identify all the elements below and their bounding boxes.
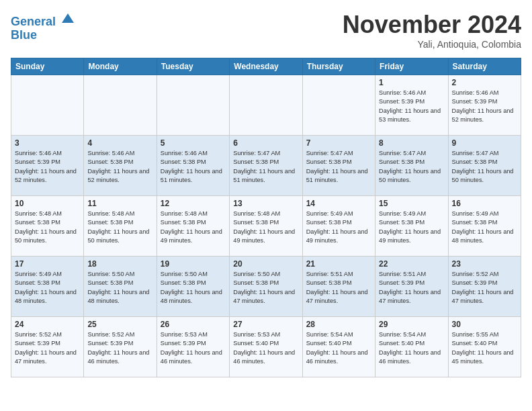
week-row-5: 24Sunrise: 5:52 AM Sunset: 5:39 PM Dayli… — [11, 317, 521, 377]
day-number: 27 — [233, 320, 298, 329]
day-number: 29 — [379, 320, 444, 329]
day-cell: 19Sunrise: 5:50 AM Sunset: 5:38 PM Dayli… — [157, 257, 229, 317]
day-info: Sunrise: 5:46 AM Sunset: 5:39 PM Dayligh… — [15, 149, 80, 185]
day-cell — [230, 75, 302, 136]
day-info: Sunrise: 5:49 AM Sunset: 5:38 PM Dayligh… — [306, 210, 371, 245]
day-info: Sunrise: 5:53 AM Sunset: 5:40 PM Dayligh… — [233, 330, 298, 366]
day-number: 23 — [452, 259, 517, 269]
day-cell — [157, 75, 229, 136]
day-info: Sunrise: 5:48 AM Sunset: 5:38 PM Dayligh… — [87, 210, 152, 245]
day-number: 25 — [87, 320, 152, 329]
day-cell: 11Sunrise: 5:48 AM Sunset: 5:38 PM Dayli… — [84, 196, 157, 257]
day-cell: 13Sunrise: 5:48 AM Sunset: 5:38 PM Dayli… — [230, 196, 302, 257]
day-info: Sunrise: 5:52 AM Sunset: 5:39 PM Dayligh… — [452, 270, 517, 306]
header-monday: Monday — [84, 58, 157, 75]
day-info: Sunrise: 5:51 AM Sunset: 5:38 PM Dayligh… — [306, 270, 371, 306]
day-info: Sunrise: 5:47 AM Sunset: 5:38 PM Dayligh… — [233, 149, 298, 185]
day-cell — [84, 75, 157, 136]
title-block: November 2024 Yali, Antioquia, Colombia — [343, 11, 521, 50]
day-info: Sunrise: 5:54 AM Sunset: 5:40 PM Dayligh… — [379, 330, 444, 366]
day-cell: 18Sunrise: 5:50 AM Sunset: 5:38 PM Dayli… — [84, 257, 157, 317]
day-number: 6 — [233, 138, 298, 148]
day-info: Sunrise: 5:50 AM Sunset: 5:38 PM Dayligh… — [161, 270, 226, 306]
day-cell: 28Sunrise: 5:54 AM Sunset: 5:40 PM Dayli… — [302, 317, 375, 377]
day-number: 1 — [379, 78, 444, 87]
day-info: Sunrise: 5:49 AM Sunset: 5:38 PM Dayligh… — [452, 210, 517, 245]
day-info: Sunrise: 5:47 AM Sunset: 5:38 PM Dayligh… — [306, 149, 371, 185]
day-info: Sunrise: 5:53 AM Sunset: 5:39 PM Dayligh… — [161, 330, 226, 366]
day-number: 26 — [161, 320, 226, 329]
header-tuesday: Tuesday — [157, 58, 229, 75]
day-number: 20 — [233, 259, 298, 269]
day-number: 8 — [379, 138, 444, 148]
day-cell: 27Sunrise: 5:53 AM Sunset: 5:40 PM Dayli… — [230, 317, 302, 377]
day-cell: 30Sunrise: 5:55 AM Sunset: 5:40 PM Dayli… — [448, 317, 521, 377]
day-cell: 3Sunrise: 5:46 AM Sunset: 5:39 PM Daylig… — [11, 136, 84, 196]
day-number: 7 — [306, 138, 371, 148]
day-number: 5 — [161, 138, 226, 148]
page-header: General Blue November 2024 Yali, Antioqu… — [11, 11, 521, 50]
svg-marker-0 — [62, 13, 74, 23]
day-cell: 6Sunrise: 5:47 AM Sunset: 5:38 PM Daylig… — [230, 136, 302, 196]
day-info: Sunrise: 5:54 AM Sunset: 5:40 PM Dayligh… — [306, 330, 371, 366]
day-cell: 15Sunrise: 5:49 AM Sunset: 5:38 PM Dayli… — [375, 196, 448, 257]
logo-blue: Blue — [11, 28, 37, 42]
day-number: 11 — [87, 199, 152, 208]
day-number: 4 — [87, 138, 152, 148]
day-cell: 4Sunrise: 5:46 AM Sunset: 5:38 PM Daylig… — [84, 136, 157, 196]
day-number: 15 — [379, 199, 444, 208]
day-number: 16 — [452, 199, 517, 208]
day-cell: 23Sunrise: 5:52 AM Sunset: 5:39 PM Dayli… — [448, 257, 521, 317]
day-cell: 17Sunrise: 5:49 AM Sunset: 5:38 PM Dayli… — [11, 257, 84, 317]
day-cell: 8Sunrise: 5:47 AM Sunset: 5:38 PM Daylig… — [375, 136, 448, 196]
day-cell: 1Sunrise: 5:46 AM Sunset: 5:39 PM Daylig… — [375, 75, 448, 136]
day-cell: 22Sunrise: 5:51 AM Sunset: 5:39 PM Dayli… — [375, 257, 448, 317]
day-info: Sunrise: 5:49 AM Sunset: 5:38 PM Dayligh… — [15, 270, 80, 306]
day-number: 24 — [15, 320, 80, 329]
week-row-4: 17Sunrise: 5:49 AM Sunset: 5:38 PM Dayli… — [11, 257, 521, 317]
month-title: November 2024 — [343, 11, 521, 39]
day-number: 21 — [306, 259, 371, 269]
day-number: 18 — [87, 259, 152, 269]
day-number: 3 — [15, 138, 80, 148]
calendar-header-row: SundayMondayTuesdayWednesdayThursdayFrid… — [11, 58, 521, 75]
day-info: Sunrise: 5:46 AM Sunset: 5:38 PM Dayligh… — [161, 149, 226, 185]
logo-general: General — [11, 15, 56, 28]
day-cell: 25Sunrise: 5:52 AM Sunset: 5:39 PM Dayli… — [84, 317, 157, 377]
day-cell: 20Sunrise: 5:50 AM Sunset: 5:38 PM Dayli… — [230, 257, 302, 317]
day-cell: 2Sunrise: 5:46 AM Sunset: 5:39 PM Daylig… — [448, 75, 521, 136]
day-cell: 12Sunrise: 5:48 AM Sunset: 5:38 PM Dayli… — [157, 196, 229, 257]
day-cell: 5Sunrise: 5:46 AM Sunset: 5:38 PM Daylig… — [157, 136, 229, 196]
location: Yali, Antioquia, Colombia — [343, 39, 521, 50]
day-info: Sunrise: 5:55 AM Sunset: 5:40 PM Dayligh… — [452, 330, 517, 366]
header-friday: Friday — [375, 58, 448, 75]
day-info: Sunrise: 5:52 AM Sunset: 5:39 PM Dayligh… — [15, 330, 80, 366]
day-info: Sunrise: 5:50 AM Sunset: 5:38 PM Dayligh… — [87, 270, 152, 306]
day-info: Sunrise: 5:50 AM Sunset: 5:38 PM Dayligh… — [233, 270, 298, 306]
day-number: 2 — [452, 78, 517, 87]
day-info: Sunrise: 5:48 AM Sunset: 5:38 PM Dayligh… — [233, 210, 298, 245]
day-info: Sunrise: 5:47 AM Sunset: 5:38 PM Dayligh… — [452, 149, 517, 185]
day-cell: 21Sunrise: 5:51 AM Sunset: 5:38 PM Dayli… — [302, 257, 375, 317]
day-info: Sunrise: 5:48 AM Sunset: 5:38 PM Dayligh… — [161, 210, 226, 245]
day-number: 28 — [306, 320, 371, 329]
day-cell — [302, 75, 375, 136]
day-cell: 24Sunrise: 5:52 AM Sunset: 5:39 PM Dayli… — [11, 317, 84, 377]
header-wednesday: Wednesday — [230, 58, 302, 75]
day-info: Sunrise: 5:48 AM Sunset: 5:38 PM Dayligh… — [15, 210, 80, 245]
day-number: 14 — [306, 199, 371, 208]
day-info: Sunrise: 5:46 AM Sunset: 5:39 PM Dayligh… — [452, 89, 517, 124]
day-number: 10 — [15, 199, 80, 208]
day-number: 22 — [379, 259, 444, 269]
header-saturday: Saturday — [448, 58, 521, 75]
header-thursday: Thursday — [302, 58, 375, 75]
logo-icon — [60, 11, 75, 26]
day-info: Sunrise: 5:49 AM Sunset: 5:38 PM Dayligh… — [379, 210, 444, 245]
day-info: Sunrise: 5:47 AM Sunset: 5:38 PM Dayligh… — [379, 149, 444, 185]
day-info: Sunrise: 5:51 AM Sunset: 5:39 PM Dayligh… — [379, 270, 444, 306]
day-cell — [11, 75, 84, 136]
day-cell: 10Sunrise: 5:48 AM Sunset: 5:38 PM Dayli… — [11, 196, 84, 257]
day-number: 9 — [452, 138, 517, 148]
day-number: 17 — [15, 259, 80, 269]
day-info: Sunrise: 5:46 AM Sunset: 5:39 PM Dayligh… — [379, 89, 444, 124]
